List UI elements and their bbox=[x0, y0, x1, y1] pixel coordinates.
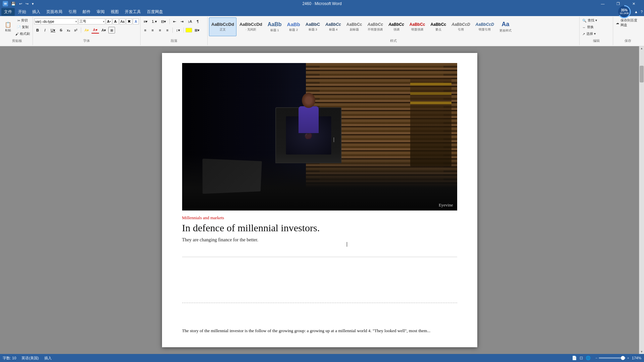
style-heading4[interactable]: AaBbCc 标题 4 bbox=[323, 17, 343, 36]
sort-btn[interactable]: ↕A bbox=[186, 18, 194, 25]
style-change[interactable]: Aa 更改样式 bbox=[497, 17, 514, 36]
increase-indent-btn[interactable]: ⇥ bbox=[179, 18, 185, 25]
menu-item-insert[interactable]: 插入 bbox=[30, 8, 43, 16]
quick-redo-btn[interactable]: ↪ bbox=[24, 1, 30, 6]
align-center-btn[interactable]: ≡ bbox=[149, 27, 156, 34]
styles-label: 样式 bbox=[209, 38, 578, 44]
align-right-btn[interactable]: ≡ bbox=[157, 27, 163, 34]
minimize-btn[interactable]: — bbox=[595, 0, 610, 7]
insert-mode[interactable]: 插入 bbox=[44, 356, 52, 361]
replace-btn[interactable]: ↔ 替换 bbox=[581, 24, 611, 30]
underline-btn[interactable]: U▾ bbox=[49, 27, 57, 34]
menu-item-references[interactable]: 引用 bbox=[66, 8, 79, 16]
shading-btn[interactable] bbox=[185, 28, 192, 33]
zoom-increase-btn[interactable]: + bbox=[627, 356, 629, 360]
show-marks-btn[interactable]: ¶ bbox=[194, 18, 201, 25]
ribbon-group-styles: AaBbCcDd 正文 AaBbCcDd · 无间距 AaBb 标题 1 AaB… bbox=[208, 17, 580, 45]
find-btn[interactable]: 🔍 查找 ▾ bbox=[581, 17, 611, 23]
superscript-btn[interactable]: x² bbox=[72, 27, 79, 34]
style-no-spacing[interactable]: AaBbCcDd · 无间距 bbox=[237, 17, 265, 36]
quick-undo-btn[interactable]: ↩ bbox=[18, 1, 23, 6]
menu-item-view[interactable]: 视图 bbox=[108, 8, 121, 16]
subscript-btn[interactable]: x₂ bbox=[65, 27, 72, 34]
decrease-font-btn[interactable]: A- bbox=[113, 18, 119, 24]
increase-font-btn[interactable]: A+ bbox=[106, 18, 112, 24]
ribbon-collapse-btn[interactable]: ▲ bbox=[634, 10, 638, 14]
font-color-btn[interactable]: A▾ bbox=[91, 27, 99, 34]
language[interactable]: 英语(美国) bbox=[21, 356, 39, 361]
menu-item-mail[interactable]: 邮件 bbox=[80, 8, 93, 16]
copy-btn[interactable]: 📄 复制 bbox=[14, 24, 31, 30]
style-normal[interactable]: AaBbCcDd 正文 bbox=[209, 17, 236, 36]
help-btn[interactable]: ? bbox=[641, 10, 643, 14]
menu-item-review[interactable]: 审阅 bbox=[94, 8, 107, 16]
edit-buttons: 🔍 查找 ▾ ↔ 替换 ↗ 选择 ▾ bbox=[581, 17, 611, 38]
italic-btn[interactable]: I bbox=[42, 27, 48, 34]
line-spacing-btn[interactable]: ↕▾ bbox=[174, 27, 182, 34]
decrease-indent-btn[interactable]: ⇤ bbox=[171, 18, 178, 25]
style-heading3[interactable]: AaBbC 标题 3 bbox=[303, 17, 322, 36]
justify-btn[interactable]: ≡ bbox=[164, 27, 171, 34]
ribbon-group-save: ☁ 保存到百度网盘 保存 bbox=[613, 17, 643, 45]
scroll-down-btn[interactable]: ▼ bbox=[640, 350, 644, 354]
borders-btn[interactable]: ⊞▾ bbox=[193, 27, 201, 34]
text-effects-btn[interactable]: A bbox=[133, 18, 139, 24]
cut-btn[interactable]: ✂ 剪切 bbox=[14, 17, 31, 23]
strikethrough-btn[interactable]: S bbox=[58, 27, 64, 34]
border-btn[interactable]: ⊞ bbox=[108, 27, 115, 34]
multilevel-btn[interactable]: ⊟▾ bbox=[159, 18, 168, 25]
zoom-percent[interactable]: 174% bbox=[632, 356, 641, 360]
bold-btn[interactable]: B bbox=[34, 27, 41, 34]
quick-save-btn[interactable]: 💾 bbox=[10, 1, 17, 6]
menu-item-home[interactable]: 开始 bbox=[15, 8, 29, 16]
print-view-btn[interactable]: 📄 bbox=[571, 355, 578, 361]
shelf2 bbox=[410, 92, 451, 95]
change-case-btn[interactable]: Aa bbox=[119, 18, 125, 24]
style-heading2[interactable]: AaBb 标题 2 bbox=[285, 17, 303, 36]
scroll-up-btn[interactable]: ▲ bbox=[640, 46, 644, 51]
save-cloud-icon: ☁ bbox=[616, 21, 619, 25]
style-intense-emph[interactable]: AaBbCc 明显强调 bbox=[407, 17, 428, 36]
zoom-decrease-btn[interactable]: − bbox=[595, 356, 597, 360]
style-emphasis[interactable]: AaBbCc 强调 bbox=[386, 17, 407, 36]
paste-btn[interactable]: 📋 粘贴 bbox=[3, 17, 13, 36]
style-intense-quote[interactable]: AaBbCcD 明显引用 bbox=[473, 17, 496, 36]
style-strong[interactable]: AaBbCc 要点 bbox=[428, 17, 449, 36]
select-btn[interactable]: ↗ 选择 ▾ bbox=[581, 31, 611, 37]
text-highlight-btn[interactable]: A▾ bbox=[83, 27, 91, 34]
align-left-btn[interactable]: ≡ bbox=[142, 27, 149, 34]
numbering-btn[interactable]: 1.▾ bbox=[150, 18, 158, 25]
doc-page[interactable]: 🍎 Eyevine bbox=[162, 53, 477, 347]
font-name-dropdown[interactable]: var(--ds-type ▾ bbox=[34, 18, 78, 24]
cut-icon: ✂ bbox=[17, 19, 20, 22]
font-size-dropdown[interactable]: 三号 ▾ bbox=[78, 18, 105, 24]
word-icon: W bbox=[3, 1, 8, 6]
scrollbar-vertical[interactable]: ▲ ▼ bbox=[639, 46, 644, 354]
doc-title[interactable]: In defence of millennial investors. bbox=[182, 222, 457, 234]
bullets-btn[interactable]: ≡▾ bbox=[142, 18, 149, 25]
scroll-track[interactable] bbox=[639, 51, 644, 350]
clear-format-btn[interactable]: ✖ bbox=[126, 18, 132, 24]
fullscreen-view-btn[interactable]: ⊡ bbox=[579, 355, 584, 361]
doc-body-partial[interactable]: The story of the millennial investor is … bbox=[182, 327, 457, 334]
menu-item-layout[interactable]: 页面布局 bbox=[44, 8, 65, 16]
format-painter-btn[interactable]: 🖌 格式刷 bbox=[14, 31, 31, 37]
web-view-btn[interactable]: 🌐 bbox=[585, 355, 591, 361]
para-row2: ≡ ≡ ≡ ≡ ↕▾ ⊞▾ bbox=[142, 26, 201, 34]
font-color2-btn[interactable]: A▾ bbox=[100, 27, 108, 34]
menu-item-baidu[interactable]: 百度网盘 bbox=[144, 8, 166, 16]
zoom-thumb[interactable] bbox=[621, 356, 625, 360]
doc-image[interactable]: 🍎 Eyevine bbox=[182, 63, 457, 210]
quick-dropdown-btn[interactable]: ▾ bbox=[31, 1, 35, 6]
menu-item-file[interactable]: 文件 bbox=[1, 8, 15, 16]
style-heading1[interactable]: AaBb 标题 1 bbox=[265, 17, 284, 36]
style-subtle-emph[interactable]: AaBbCc 不明显强调 bbox=[365, 17, 385, 36]
zoom-slider[interactable] bbox=[599, 357, 626, 359]
scroll-thumb[interactable] bbox=[640, 66, 644, 82]
font-name-row: var(--ds-type ▾ 三号 ▾ A+ A- Aa ✖ A bbox=[34, 17, 139, 25]
font-format-row: B I U▾ S x₂ x² A▾ A▾ A▾ ⊞ bbox=[34, 26, 115, 34]
style-quote[interactable]: AaBbCcD 引用 bbox=[449, 17, 472, 36]
style-subtitle[interactable]: AaBbCc 副标题 bbox=[344, 17, 365, 36]
menu-item-developer[interactable]: 开发工具 bbox=[122, 8, 144, 16]
copy-icon: 📄 bbox=[17, 25, 21, 29]
